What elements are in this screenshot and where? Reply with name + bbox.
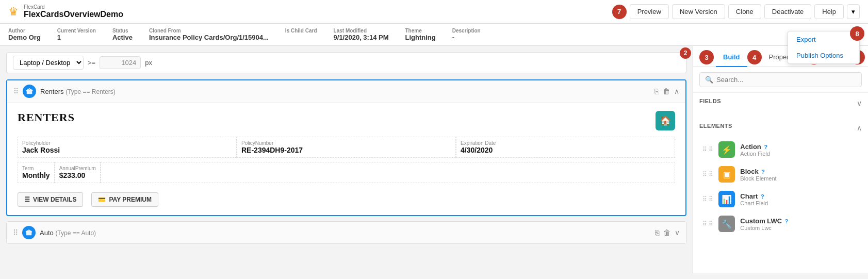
element-info-1: Block ? Block Element — [740, 168, 776, 182]
element-help-2[interactable]: ? — [761, 193, 764, 200]
field-annual-premium: AnnualPremium $233.00 — [55, 162, 101, 183]
right-panel: 3 Build 4 Properties 5 Style 6 Setup 🔍 F… — [693, 46, 868, 273]
element-item-chart[interactable]: ⠿ ⠿ 📊 Chart ? Chart Field — [699, 187, 862, 211]
element-icon-1: ▣ — [718, 166, 735, 183]
renters-card-title-row: Renters 🏠 — [18, 111, 675, 130]
tab-build[interactable]: Build — [716, 48, 747, 67]
field-policy-number: PolicyNumber RE-2394DH9-2017 — [237, 137, 456, 158]
renters-card-title: Renters — [18, 111, 75, 124]
main-layout: Laptop / Desktop >= px 2 ⠿ Renters (Type… — [0, 46, 868, 273]
element-item-action[interactable]: ⠿ ⠿ ⚡ Action ? Action Field — [699, 137, 862, 162]
tab-setup[interactable]: Setup — [865, 48, 868, 67]
fields-section: FIELDS ∨ — [693, 93, 868, 118]
search-box: 🔍 — [699, 72, 862, 87]
gte-label: >= — [88, 59, 95, 67]
canvas-area: Laptop / Desktop >= px 2 ⠿ Renters (Type… — [0, 46, 693, 273]
auto-card-section: ⠿ Auto (Type == Auto) ⎘ 🗑 ∨ — [6, 221, 686, 244]
element-name-3: Custom LWC ? — [740, 217, 788, 225]
element-help-1[interactable]: ? — [761, 169, 765, 175]
elements-section-header: ELEMENTS ∧ — [699, 123, 862, 133]
element-icon-0: ⚡ — [718, 141, 735, 158]
field-spacer — [101, 162, 675, 183]
device-select-wrapper: Laptop / Desktop — [13, 56, 84, 70]
search-container: 🔍 — [693, 67, 868, 93]
element-info-3: Custom LWC ? Custom Lwc — [740, 217, 788, 231]
element-help-3[interactable]: ? — [785, 218, 789, 224]
theme-value: Lightning — [405, 34, 436, 41]
pay-premium-button[interactable]: 💳 Pay Premium — [91, 192, 158, 207]
badge-preview: 7 — [612, 5, 627, 19]
auto-copy-button[interactable]: ⎘ — [655, 228, 659, 237]
element-help-0[interactable]: ? — [764, 144, 767, 150]
crown-icon: ♛ — [8, 5, 19, 19]
element-info-2: Chart ? Chart Field — [740, 192, 768, 206]
drag-handle-renters[interactable]: ⠿ — [13, 87, 19, 95]
author-value: Demo Org — [8, 34, 41, 41]
element-info-0: Action ? Action Field — [740, 143, 769, 157]
publish-options-menu-item[interactable]: Publish Options — [788, 47, 859, 63]
drag-handle-auto[interactable]: ⠿ — [13, 228, 18, 237]
auto-section-title: Auto (Type == Auto) — [40, 229, 96, 237]
fields-collapse-button[interactable]: ∨ — [857, 99, 862, 107]
theme-label: Theme — [405, 28, 436, 34]
element-desc-0: Action Field — [740, 151, 769, 157]
renters-section-header: ⠿ Renters (Type == Renters) ⎘ 🗑 ∧ — [7, 80, 685, 103]
header-right-area: 7 Preview New Version Clone Deactivate H… — [612, 4, 860, 19]
view-details-button[interactable]: ☰ View Details — [18, 192, 83, 207]
px-input[interactable] — [100, 56, 141, 69]
element-desc-1: Block Element — [740, 175, 776, 182]
dropdown-menu: Export Publish Options 8 — [788, 31, 860, 64]
elements-collapse-button[interactable]: ∧ — [857, 124, 862, 132]
dropdown-toggle[interactable]: ▾ — [847, 4, 860, 19]
element-item-custom-lwc[interactable]: ⠿ ⠿ 🔧 Custom LWC ? Custom Lwc — [699, 211, 862, 236]
preview-button[interactable]: Preview — [630, 4, 669, 19]
version-value: 1 — [57, 34, 96, 41]
meta-cloned: Cloned From Insurance Policy Cards/Org/1… — [149, 28, 269, 41]
new-version-button[interactable]: New Version — [672, 4, 725, 19]
elements-list: ⠿ ⠿ ⚡ Action ? Action Field ⠿ ⠿ ▣ Block … — [699, 137, 862, 236]
auto-section-actions: ⎘ 🗑 ∨ — [655, 228, 680, 237]
renters-copy-button[interactable]: ⎘ — [654, 87, 659, 95]
auto-section-icon — [22, 226, 36, 239]
element-item-block[interactable]: ⠿ ⠿ ▣ Block ? Block Element — [699, 162, 862, 187]
renters-section-actions: ⎘ 🗑 ∧ — [654, 87, 679, 95]
element-icon-2: 📊 — [718, 191, 735, 207]
auto-expand-button[interactable]: ∨ — [675, 228, 680, 237]
renters-collapse-button[interactable]: ∧ — [674, 87, 679, 95]
fields-section-header: FIELDS ∨ — [699, 98, 862, 108]
element-name-1: Block ? — [740, 168, 776, 175]
meta-version: Current Version 1 — [57, 28, 96, 41]
view-details-icon: ☰ — [24, 196, 30, 203]
field-term: Term Monthly — [18, 162, 55, 183]
desc-label: Description — [452, 28, 481, 34]
meta-modified: Last Modified 9/1/2020, 3:14 PM — [334, 28, 389, 41]
deactivate-button[interactable]: Deactivate — [764, 4, 811, 19]
export-menu-item[interactable]: Export — [788, 31, 859, 47]
help-button[interactable]: Help — [814, 4, 844, 19]
clone-button[interactable]: Clone — [728, 4, 761, 19]
field-expiration: Expiration Date 4/30/2020 — [456, 137, 675, 158]
status-label: Status — [112, 28, 133, 34]
renters-delete-button[interactable]: 🗑 — [663, 87, 670, 95]
element-desc-3: Custom Lwc — [740, 225, 788, 231]
auto-delete-button[interactable]: 🗑 — [663, 228, 670, 237]
author-label: Author — [8, 28, 41, 34]
desc-value: - — [452, 34, 481, 41]
fields-label: FIELDS — [699, 98, 721, 104]
search-input[interactable] — [716, 76, 856, 84]
auto-section-header: ⠿ Auto (Type == Auto) ⎘ 🗑 ∨ — [7, 222, 686, 243]
renters-section-title: Renters (Type == Renters) — [40, 88, 116, 95]
search-icon: 🔍 — [705, 76, 713, 84]
elements-section: ELEMENTS ∧ ⠿ ⠿ ⚡ Action ? Action Field ⠿… — [693, 118, 868, 241]
version-label: Current Version — [57, 28, 96, 34]
device-bar: Laptop / Desktop >= px 2 — [6, 52, 686, 73]
device-select[interactable]: Laptop / Desktop — [13, 56, 84, 70]
element-drag-1: ⠿ ⠿ — [702, 171, 713, 178]
element-drag-2: ⠿ ⠿ — [702, 195, 713, 203]
element-drag-0: ⠿ ⠿ — [702, 146, 713, 153]
logo-area: ♛ FlexCard FlexCardsOverviewDemo — [8, 4, 123, 19]
badge-4: 4 — [747, 50, 762, 64]
px-label: px — [145, 59, 152, 67]
meta-desc: Description - — [452, 28, 481, 41]
badge-3: 3 — [699, 50, 714, 64]
